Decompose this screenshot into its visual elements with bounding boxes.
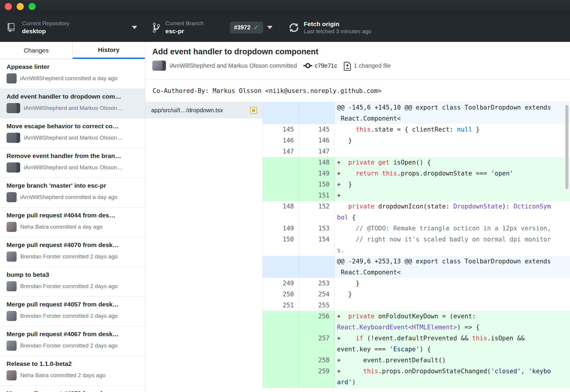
diff-code-line: + return this.props.dropdownState === 'o…	[335, 168, 570, 179]
diff-old-line-number	[263, 190, 299, 201]
diff-code-line	[335, 300, 570, 311]
commit-item-title: Merge pull request #4044 from des…	[7, 212, 127, 219]
avatar	[7, 73, 17, 83]
diff-new-line-number	[299, 377, 335, 388]
diff-code-line: private dropdownIcon(state: DropdownStat…	[335, 201, 570, 212]
commit-list-item[interactable]: Move escape behavior to correct co… iAmW…	[0, 118, 145, 148]
scrollbar-thumb[interactable]	[565, 104, 569, 190]
fetch-origin-button[interactable]: Fetch origin Last fetched 3 minutes ago	[281, 13, 417, 42]
diff-row: 148 152 private dropdownIcon(state: Drop…	[263, 201, 570, 212]
diff-code-line: event.key === 'Escape') {	[335, 344, 570, 355]
sync-icon	[289, 22, 298, 34]
close-window-button[interactable]	[5, 3, 12, 10]
git-branch-icon	[153, 22, 160, 33]
zoom-window-button[interactable]	[28, 3, 36, 10]
commit-list-item[interactable]: Merge pull request #4067 from desk… Bren…	[0, 326, 145, 356]
diff-new-line-number: 256	[299, 311, 335, 322]
diff-code-line: ard')	[335, 377, 570, 388]
diff-code-line: + event.preventDefault()	[335, 355, 570, 366]
diff-code-line	[335, 146, 570, 157]
avatar	[152, 61, 166, 71]
diff-old-line-number: 147	[263, 146, 299, 157]
diff-row: React.KeyboardEvent<HTMLElement>) => {	[263, 322, 570, 333]
commit-list-item[interactable]: Add event handler to dropdown com… iAmWi…	[0, 89, 145, 118]
diff-new-line-number	[299, 256, 335, 267]
diff-new-line-number: 258	[299, 355, 335, 366]
tab-history[interactable]: History	[73, 42, 145, 59]
commit-list-item[interactable]: Merge pull request #4070 from desk… Bren…	[0, 237, 145, 267]
author-avatar	[7, 162, 17, 173]
diff-old-line-number	[263, 377, 299, 388]
commit-item-author-line: Brendan Forster committed 2 days ago	[20, 283, 118, 290]
diff-row: 251 255	[263, 300, 570, 311]
commit-item-title: Merge pull request #4057 from desk…	[7, 301, 127, 308]
current-branch-button[interactable]: Current Branch esc-pr #3972 ✓	[145, 13, 281, 42]
author-avatar	[7, 370, 17, 380]
diff-old-line-number	[263, 267, 299, 278]
commit-list-item[interactable]: bump to beta3 Brendan Forster committed …	[0, 267, 145, 297]
commit-item-title: Release to 1.1.0-beta2	[7, 360, 127, 367]
commit-list-item[interactable]: Merge branch 'master' into esc-pr iAmWil…	[0, 178, 145, 208]
commit-list-item[interactable]: Appease linter iAmWillShepherd committed…	[0, 59, 145, 89]
branch-label: Current Branch	[165, 20, 226, 27]
commit-list-item[interactable]: Release to 1.1.0-beta2 Neha Batra commit…	[0, 356, 145, 386]
pull-request-number: #3972	[234, 24, 251, 31]
author-avatar	[7, 311, 17, 321]
commit-header: Add event handler to dropdown component …	[145, 42, 570, 80]
changed-file-name: app/src/ui/t…/dropdown.tsx	[151, 107, 223, 114]
diff-row: 147 147	[263, 146, 570, 157]
diff-old-line-number: 150	[263, 234, 299, 245]
diff-code-line: @@ -249,6 +253,13 @@ export class Toolba…	[335, 256, 570, 267]
diff-row: s.	[263, 245, 570, 256]
check-icon: ✓	[254, 24, 259, 31]
repository-label: Current Repository	[22, 20, 128, 27]
diff-row: 149 + return this.props.dropdownState ==…	[263, 168, 570, 179]
diff-code-line: }	[335, 135, 570, 146]
changed-file-row[interactable]: app/src/ui/t…/dropdown.tsx	[145, 102, 262, 118]
commit-byline: iAmWillShepherd and Markus Olsson commit…	[170, 62, 297, 69]
commit-sha: c79e71c	[315, 62, 337, 69]
commit-list-item[interactable]: Remove event handler from the bran… iAmW…	[0, 148, 145, 178]
diff-new-line-number: 145	[299, 124, 335, 135]
commit-item-title: Merge pull request #4070 from desk…	[7, 241, 127, 249]
diff-row: 249 253 }	[263, 278, 570, 289]
minimize-window-button[interactable]	[17, 3, 24, 10]
avatar	[7, 281, 17, 291]
diff-new-line-number: 153	[299, 223, 335, 234]
changed-files-count: 1 changed file	[354, 62, 391, 69]
diff-view: @@ -145,6 +145,10 @@ export class Toolba…	[263, 102, 570, 392]
author-avatar	[7, 133, 17, 143]
commit-item-author-line: iAmWillShepherd committed a day ago	[20, 75, 117, 82]
diff-new-line-number: 257	[299, 333, 335, 344]
diff-code-line: + private get isOpen() {	[335, 157, 570, 168]
diff-new-line-number: 253	[299, 278, 335, 289]
diff-code-line: React.Component<	[335, 267, 570, 278]
author-avatar	[7, 222, 17, 232]
commit-item-title: Add event handler to dropdown com…	[7, 93, 127, 100]
diff-new-line-number: 150	[299, 179, 335, 190]
author-avatar	[7, 73, 17, 83]
diff-old-line-number	[263, 113, 299, 124]
diff-row: bol {	[263, 212, 570, 223]
diff-code-line: + private onFoldoutKeyDown = (event:	[335, 311, 570, 322]
author-avatar	[7, 341, 17, 351]
author-avatar	[7, 252, 17, 262]
tab-changes[interactable]: Changes	[0, 42, 73, 59]
commit-list: Appease linter iAmWillShepherd committed…	[0, 59, 145, 392]
diff-code-line: }	[335, 289, 570, 300]
diff-row: React.Component<	[263, 267, 570, 278]
diff-old-line-number	[263, 333, 299, 344]
commit-list-item[interactable]: Merge pull request #4053 from des… Neha …	[0, 386, 145, 392]
diff-new-line-number: 146	[299, 135, 335, 146]
diff-old-line-number	[263, 366, 299, 377]
git-commit-icon	[303, 61, 312, 71]
diff-old-line-number	[263, 311, 299, 322]
commit-title: Add event handler to dropdown component	[152, 47, 563, 56]
diff-old-line-number	[263, 157, 299, 168]
current-repository-button[interactable]: Current Repository desktop	[0, 13, 145, 42]
diff-old-line-number	[263, 344, 299, 355]
diff-new-line-number	[299, 245, 335, 256]
commit-list-item[interactable]: Merge pull request #4057 from desk… Bren…	[0, 297, 145, 326]
commit-list-item[interactable]: Merge pull request #4044 from des… Neha …	[0, 208, 145, 237]
commit-item-author-line: Brendan Forster committed 2 days ago	[20, 253, 118, 260]
